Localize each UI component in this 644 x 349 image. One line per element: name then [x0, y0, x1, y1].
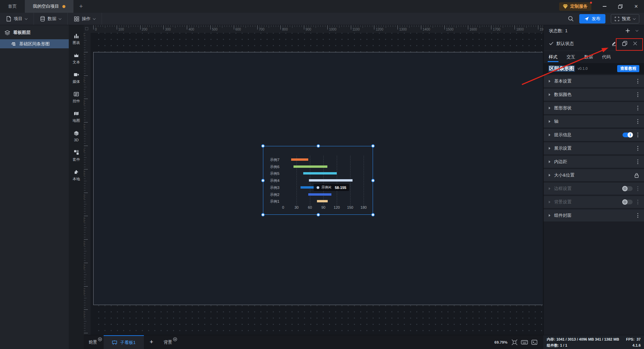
section-边框设置[interactable]: 边框设置 — [544, 183, 644, 195]
layer-item-range-bar-chart[interactable]: 基础区间条形图 — [0, 39, 69, 48]
chart-range-bar[interactable] — [303, 172, 337, 174]
console-icon[interactable] — [531, 340, 537, 345]
tab-style-label: 样式 — [549, 54, 557, 60]
restore-button[interactable] — [612, 0, 628, 13]
background-button[interactable]: 背景 — [159, 339, 179, 345]
ruler-tick — [332, 25, 332, 27]
ruler-tick — [477, 25, 478, 27]
ruler-tick — [161, 25, 161, 27]
foreground-button[interactable]: 前景 — [84, 339, 104, 345]
section-轴[interactable]: 轴 — [544, 115, 644, 128]
resize-handle-n[interactable] — [317, 144, 320, 148]
ruler-tick — [243, 25, 244, 27]
canvas-workspace[interactable]: 0100200300400500600700800900100011001200… — [84, 25, 543, 335]
section-背景设置[interactable]: 背景设置 — [544, 196, 644, 208]
custom-service-badge[interactable]: 定制服务 — [559, 2, 591, 11]
dock-item-2[interactable]: 文本 — [69, 49, 84, 68]
chart-range-bar[interactable] — [317, 200, 328, 202]
dock-item-8[interactable]: 本地 — [69, 165, 84, 185]
tab-data[interactable]: 数据 — [584, 51, 593, 63]
toggle-on[interactable] — [623, 133, 633, 137]
menu-operations[interactable]: 操作 — [68, 13, 102, 25]
dock-item-4[interactable]: 控件 — [69, 88, 84, 107]
chart-range-bar[interactable] — [308, 193, 331, 196]
kebab-menu-icon[interactable] — [637, 78, 639, 84]
ruler-tick — [449, 25, 449, 27]
kebab-menu-icon[interactable] — [637, 145, 639, 151]
minimize-button[interactable] — [597, 0, 612, 13]
tab-project[interactable]: 我的空白项目 — [25, 0, 73, 13]
ruler-tick — [334, 25, 335, 27]
toggle-off[interactable] — [623, 200, 633, 204]
status-block: 内存: 1041 / 3013 / 4096 MB 341 / 1382 MB … — [543, 335, 644, 349]
section-大小&位置[interactable]: 大小&位置 — [544, 169, 644, 181]
kebab-menu-icon[interactable] — [637, 199, 639, 205]
add-subboard-button[interactable]: + — [144, 339, 159, 346]
inspector-panel: 状态数: 1 默认状态 样式 交互 数据 代码 区间条形图 v0.1.0 — [543, 25, 644, 335]
tab-interaction[interactable]: 交互 — [567, 51, 575, 63]
publish-button[interactable]: 发布 — [579, 14, 605, 23]
section-内边距[interactable]: 内边距 — [544, 156, 644, 168]
section-提示信息[interactable]: 提示信息 — [544, 129, 644, 141]
tutorial-button[interactable]: 查看教程 — [617, 65, 639, 72]
dock-item-3[interactable]: 媒体 — [69, 68, 84, 88]
section-图形形状[interactable]: 图形形状 — [544, 102, 644, 114]
section-展示设置[interactable]: 展示设置 — [544, 142, 644, 154]
add-circle-icon[interactable] — [173, 337, 177, 341]
dock-item-7[interactable]: 套件 — [69, 146, 84, 165]
main-toolbar: 项目 数据 操作 发布 预览 — [0, 13, 644, 25]
ruler-tick — [84, 242, 86, 242]
ruler-tick — [100, 25, 101, 27]
chart-range-bar[interactable] — [291, 158, 308, 161]
ruler-tick — [84, 87, 87, 87]
resize-handle-e[interactable] — [371, 179, 375, 182]
section-组件封面[interactable]: 组件封面 — [544, 209, 644, 221]
subboard-tab[interactable]: 子看板1 — [104, 335, 144, 349]
kebab-menu-icon[interactable] — [637, 212, 639, 218]
chevron-down-icon[interactable] — [636, 29, 638, 32]
toggle-off[interactable] — [623, 186, 633, 191]
resize-handle-ne[interactable] — [371, 144, 375, 148]
resize-handle-nw[interactable] — [261, 144, 265, 148]
dock-item-5[interactable]: 地图 — [69, 107, 84, 127]
resize-handle-se[interactable] — [371, 213, 375, 216]
tab-code[interactable]: 代码 — [602, 51, 611, 63]
resize-handle-sw[interactable] — [261, 213, 265, 216]
dock-item-6[interactable]: 3D — [69, 127, 84, 146]
section-数据颜色[interactable]: 数据颜色 — [544, 89, 644, 101]
tab-home[interactable]: 首页 — [0, 0, 25, 13]
kebab-menu-icon[interactable] — [637, 132, 639, 138]
section-基本设置[interactable]: 基本设置 — [544, 75, 644, 87]
resize-handle-s[interactable] — [317, 213, 320, 216]
kebab-menu-icon[interactable] — [637, 118, 639, 124]
kebab-menu-icon[interactable] — [637, 159, 639, 165]
add-circle-icon[interactable] — [98, 337, 102, 341]
resize-handle-w[interactable] — [261, 179, 265, 182]
kebab-menu-icon[interactable] — [637, 92, 639, 98]
add-state-icon[interactable] — [626, 29, 630, 33]
preview-button[interactable]: 预览 — [611, 14, 639, 23]
tab-style[interactable]: 样式 — [549, 51, 557, 63]
ruler-tick — [84, 61, 86, 62]
menu-project[interactable]: 项目 — [0, 13, 34, 25]
chart-range-bar[interactable] — [293, 165, 327, 168]
dock-item-1[interactable]: 图表 — [69, 29, 84, 49]
chart-range-bar[interactable] — [309, 179, 352, 182]
section-label: 图形形状 — [554, 105, 572, 111]
search-icon[interactable] — [568, 16, 574, 22]
menu-data[interactable]: 数据 — [34, 13, 68, 25]
chart-gridline — [297, 156, 297, 205]
close-button[interactable]: × — [628, 0, 644, 13]
lock-icon[interactable] — [634, 173, 639, 178]
kebab-menu-icon[interactable] — [637, 105, 639, 111]
fit-screen-icon[interactable] — [512, 339, 518, 345]
ruler-tick — [84, 204, 87, 204]
ruler-label: 600 — [235, 28, 241, 31]
ruler-tick — [407, 25, 407, 27]
selected-chart-component[interactable]: 0306090120150180示例7示例6示例5示例4示例3示例2示例1示例4… — [263, 146, 373, 215]
state-count-value: 1 — [565, 28, 568, 33]
kebab-menu-icon[interactable] — [637, 186, 639, 192]
keyboard-icon[interactable] — [521, 340, 528, 345]
new-tab-button[interactable]: + — [73, 0, 89, 13]
ruler-tick — [311, 25, 311, 27]
